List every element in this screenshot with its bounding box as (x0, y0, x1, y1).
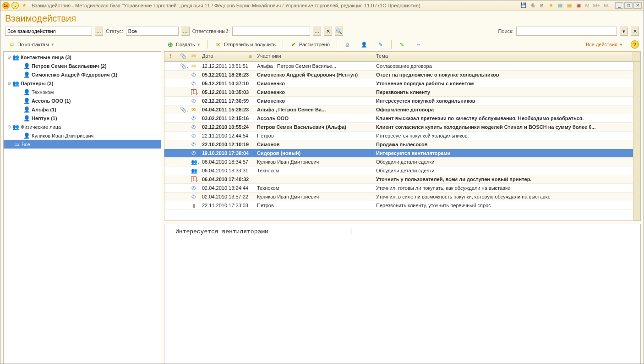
col-attachment[interactable]: 📎 (177, 52, 188, 61)
responsible-input[interactable] (232, 27, 310, 36)
col-type[interactable]: ✉ (188, 52, 199, 61)
tree-item[interactable]: 👤Нептун (1) (4, 114, 161, 122)
grid-row[interactable]: 👥06.04.2010 18:33:31ТехнокомОбсудили дет… (164, 166, 640, 175)
cell-subject: Интересуется покупкой холодильников. (373, 133, 640, 138)
tree-toggle-icon[interactable]: ⊖ (6, 81, 12, 86)
contacts-tree[interactable]: ⊖👥Контактные лица (3)👤Петров Семен Васил… (3, 51, 161, 364)
grid-row[interactable]: ✆03.02.2011 12:15:16Ассоль ОООКлиент выс… (164, 114, 640, 123)
status-picker[interactable]: … (181, 27, 190, 36)
cell-type: ✆ (188, 133, 199, 139)
all-actions-button[interactable]: Все действия ▼ (583, 39, 626, 50)
search-clear[interactable]: ✕ (631, 27, 639, 36)
tree-item-label: Петров Семен Васильевич (2) (32, 63, 107, 69)
detail-text[interactable]: Интересуется вентиляторами (164, 224, 640, 364)
by-contacts-button[interactable]: 🗂 По контактам ▼ (5, 39, 58, 50)
cell-type: ✆ (188, 81, 199, 87)
tool-brush[interactable]: ✎ (374, 39, 387, 50)
grid-row[interactable]: ✆02.04.2010 13:24:44ТехнокомУточнил, гот… (164, 184, 640, 193)
app-logo-icon[interactable]: 1c (2, 2, 10, 9)
phone-icon: ✆ (191, 72, 196, 77)
print-icon[interactable]: 🖶 (529, 2, 536, 9)
person-icon: 👤 (23, 62, 30, 70)
send-receive-button[interactable]: ✉ Отправить и получить (212, 39, 279, 50)
search-dropdown[interactable]: ▾ (620, 27, 628, 36)
nav-button[interactable]: ⌄ (11, 2, 19, 9)
responsible-search-icon[interactable]: 🔍 (335, 27, 343, 36)
tree-item[interactable]: 👤Симоненко Андрей Федорович (1) (4, 70, 161, 79)
calc-icon[interactable]: ▤ (566, 2, 573, 9)
col-participants[interactable]: Участники (254, 52, 373, 61)
group-icon: 👥 (12, 54, 19, 61)
grid-vscroll[interactable] (633, 62, 640, 221)
mail-icon: ✉ (191, 63, 196, 69)
tree-item-selected[interactable]: ▭Все (4, 140, 161, 149)
grid-icon[interactable]: ▦ (557, 2, 564, 9)
grid-row[interactable]: ✆05.12.2011 10:37:10СимоненкоУточнение п… (164, 79, 640, 88)
tree-item[interactable]: ⊖👥Физические лица (4, 122, 161, 131)
search-label: Поиск: (498, 28, 513, 34)
close-button[interactable]: ✕ (633, 2, 642, 9)
col-date[interactable]: Дата≡ (199, 52, 254, 61)
maximize-button[interactable]: □ (624, 2, 633, 9)
grid-row[interactable]: ✆22.10.2010 12:10:19СимоновПродажа пылес… (164, 140, 640, 149)
doc-icon[interactable]: 🗎 (538, 2, 546, 9)
grid-row[interactable]: ✆02.12.2010 10:55:24Петров Семен Василье… (164, 123, 640, 132)
grid-row[interactable]: ✆05.12.2011 18:26:23Симоненко Андрей Фед… (164, 71, 640, 79)
tree-item[interactable]: 👤Петров Семен Васильевич (2) (4, 61, 161, 70)
tool-edit[interactable]: ✎ (395, 39, 409, 50)
status-input[interactable] (126, 27, 179, 36)
help-icon[interactable]: ? (631, 40, 639, 49)
grid-row-selected[interactable]: ✆19.10.2010 17:38:04Сидоров (новый)Интер… (164, 149, 640, 158)
tree-item[interactable]: 👤Куликов Иван Дмитриевич (4, 131, 161, 140)
col-flag[interactable]: ! (164, 52, 177, 61)
filter-type-input[interactable] (5, 27, 92, 36)
minimize-button[interactable]: _ (615, 2, 623, 9)
tree-item-label: Симоненко Андрей Федорович (1) (32, 72, 117, 77)
tree-item[interactable]: 👤Ассоль ООО (1) (4, 96, 161, 105)
reviewed-button[interactable]: ✔ Рассмотрено (287, 39, 333, 50)
favorite2-icon[interactable]: ★ (547, 2, 555, 9)
tree-toggle-icon[interactable]: ⊖ (6, 124, 12, 129)
cell-date: 02.12.2010 10:55:24 (199, 124, 254, 130)
group-icon: 👥 (12, 80, 19, 87)
interactions-grid[interactable]: ! 📎 ✉ Дата≡ Участники Тема 📎✉12.12.2011 … (164, 51, 641, 221)
cell-participants: Симоненко (254, 98, 373, 104)
grid-row[interactable]: 👥06.04.2010 18:34:57Куликов Иван Дмитрие… (164, 158, 640, 166)
tree-item[interactable]: ⊖👥Контактные лица (3) (4, 53, 161, 61)
create-button[interactable]: ⊕ Создать ▼ (164, 39, 204, 50)
grid-row[interactable]: ✆02.04.2010 13:57:22Куликов Иван Дмитрие… (164, 193, 640, 201)
cell-date: 02.12.2011 17:30:59 (199, 98, 254, 104)
tree-item[interactable]: 👤Техноком (4, 88, 161, 96)
tool-copy[interactable]: ⎙ (341, 39, 355, 50)
tree-item[interactable]: ⊖👥Партнеры (3) (4, 79, 161, 88)
calendar-icon[interactable]: ▣ (575, 2, 582, 9)
tool-refresh[interactable]: ↔ (412, 39, 426, 50)
mem-m[interactable]: M (584, 3, 590, 8)
tree-toggle-icon[interactable]: ⊖ (6, 55, 12, 60)
grid-row[interactable]: 📎✉04.04.2011 15:28:23Альфа , Петров Семе… (164, 105, 640, 114)
grid-row[interactable]: ✆02.12.2011 17:30:59СимоненкоИнтересуетс… (164, 97, 640, 105)
grid-row[interactable]: ▮22.11.2010 17:23:03ПетровПерезвонить кл… (164, 201, 640, 210)
tree-item-label: Физические лица (21, 124, 61, 130)
filter-type-picker[interactable]: … (95, 27, 103, 36)
cell-participants: Симоненко (254, 81, 373, 86)
grid-row[interactable]: 106.04.2010 17:40:32Уточнить у пользоват… (164, 175, 640, 184)
favorite-icon[interactable]: ★ (21, 2, 28, 9)
cell-subject: Клиент согласился купить холодильники мо… (373, 124, 640, 130)
cell-type: ✆ (188, 98, 199, 104)
cell-participants: Куликов Иван Дмитриевич (254, 194, 373, 199)
cell-date: 05.12.2011 10:35:03 (199, 89, 254, 95)
col-subject[interactable]: Тема (373, 52, 633, 61)
grid-row[interactable]: ✆22.11.2010 12:44:54ПетровИнтересуется п… (164, 132, 640, 140)
search-input[interactable] (516, 27, 617, 36)
save-icon[interactable]: 💾 (520, 2, 527, 9)
grid-row[interactable]: 105.12.2011 10:35:03СимоненкоПерезвонить… (164, 88, 640, 97)
mem-mminus[interactable]: M- (603, 3, 611, 8)
cell-participants: Петров (254, 133, 373, 138)
responsible-picker[interactable]: … (313, 27, 321, 36)
tool-user[interactable]: 👤 (357, 39, 371, 50)
tree-item[interactable]: 👤Альфа (1) (4, 105, 161, 114)
mem-mplus[interactable]: M+ (592, 3, 601, 8)
responsible-clear[interactable]: ✕ (324, 27, 332, 36)
grid-row[interactable]: 📎✉12.12.2011 13:51:51Альфа ; Петров Семе… (164, 62, 640, 71)
